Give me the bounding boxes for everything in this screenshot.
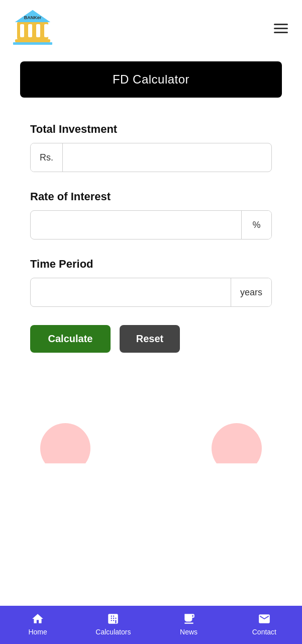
- nav-item-home[interactable]: Home: [0, 612, 75, 636]
- page-title-banner: FD Calculator: [20, 61, 282, 98]
- button-row: Calculate Reset: [30, 325, 272, 353]
- svg-rect-8: [13, 42, 52, 45]
- svg-rect-7: [15, 39, 50, 42]
- logo[interactable]: BANKer: [10, 8, 55, 48]
- home-icon: [31, 612, 45, 626]
- currency-prefix: Rs.: [31, 143, 63, 172]
- calculator-form: Total Investment Rs. Rate of Interest % …: [0, 113, 302, 363]
- time-period-label: Time Period: [30, 258, 272, 271]
- rate-of-interest-input-wrapper: %: [30, 210, 272, 239]
- reset-button[interactable]: Reset: [120, 325, 180, 353]
- rate-of-interest-label: Rate of Interest: [30, 190, 272, 203]
- calculator-icon: [106, 612, 120, 626]
- hamburger-menu[interactable]: [270, 20, 292, 37]
- app-header: BANKer: [0, 0, 302, 56]
- time-period-group: Time Period years: [30, 258, 272, 307]
- nav-item-calculators[interactable]: Calculators: [75, 612, 151, 636]
- time-period-input[interactable]: [31, 278, 231, 306]
- svg-rect-3: [20, 24, 24, 37]
- years-suffix: years: [231, 278, 271, 306]
- svg-rect-4: [28, 24, 32, 37]
- nav-label-home: Home: [28, 628, 47, 636]
- nav-label-contact: Contact: [252, 628, 276, 636]
- nav-label-calculators: Calculators: [95, 628, 131, 636]
- rate-of-interest-group: Rate of Interest %: [30, 190, 272, 239]
- bottom-nav: Home Calculators News Contact: [0, 606, 302, 644]
- calculate-button[interactable]: Calculate: [30, 325, 111, 353]
- svg-rect-5: [36, 24, 40, 37]
- total-investment-label: Total Investment: [30, 123, 272, 136]
- nav-item-news[interactable]: News: [151, 612, 227, 636]
- news-icon: [182, 612, 196, 626]
- nav-label-news: News: [180, 628, 197, 636]
- decorative-area: [0, 373, 302, 463]
- total-investment-input[interactable]: [63, 143, 271, 172]
- page-title: FD Calculator: [30, 72, 272, 87]
- svg-rect-6: [44, 24, 48, 37]
- rate-of-interest-input[interactable]: [31, 211, 241, 239]
- contact-icon: [257, 612, 271, 626]
- total-investment-input-wrapper: Rs.: [30, 143, 272, 172]
- time-period-input-wrapper: years: [30, 278, 272, 307]
- svg-text:BANKer: BANKer: [24, 15, 42, 20]
- nav-item-contact[interactable]: Contact: [227, 612, 302, 636]
- total-investment-group: Total Investment Rs.: [30, 123, 272, 172]
- decorative-circle-right: [212, 423, 262, 463]
- decorative-circle-left: [40, 423, 90, 463]
- percent-suffix: %: [241, 211, 271, 239]
